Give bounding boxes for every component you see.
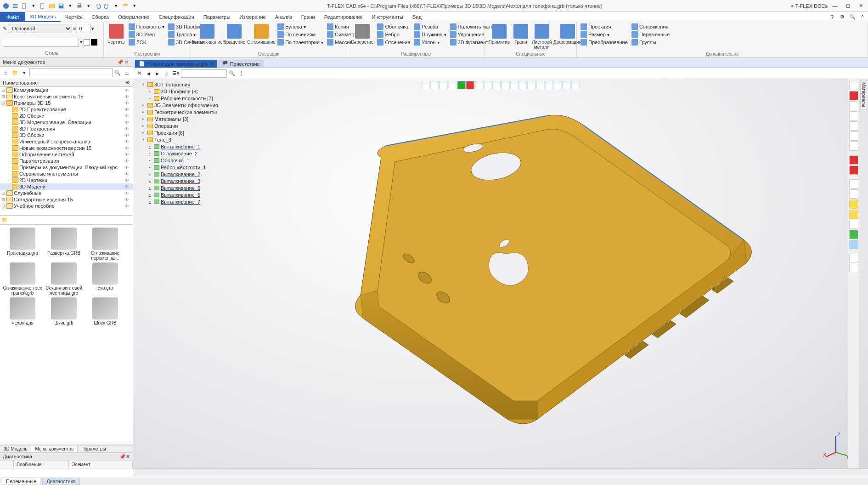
dropdown-icon[interactable]: ▾ bbox=[112, 2, 120, 10]
docs-search-input[interactable] bbox=[29, 68, 113, 77]
minimize-button[interactable]: — bbox=[829, 2, 840, 10]
close-panel-icon[interactable]: ✕ bbox=[124, 59, 130, 65]
dropdown-icon[interactable]: ▾ bbox=[66, 2, 74, 10]
model-tree-node[interactable]: ▸3D Профили [8] bbox=[136, 88, 219, 95]
draw-button[interactable]: Чертить bbox=[107, 23, 126, 46]
vp-btn[interactable] bbox=[502, 81, 510, 89]
tab-analysis[interactable]: Анализ bbox=[271, 12, 297, 22]
tree-node[interactable]: ⊟Примеры 3D 15👁 bbox=[0, 100, 133, 106]
variables-button[interactable]: Переменные bbox=[631, 31, 671, 38]
vtool-icon[interactable] bbox=[849, 240, 858, 249]
model-tree-node[interactable]: ▸Выталкивание_6 bbox=[136, 191, 219, 198]
vp-btn[interactable] bbox=[528, 81, 536, 89]
model-tree-node[interactable]: ▸Выталкивание_1 bbox=[136, 143, 219, 150]
vp-btn[interactable] bbox=[554, 81, 562, 89]
model-tree-node[interactable]: ▾Тело_3 bbox=[136, 136, 219, 143]
tree-node[interactable]: ·3D Построения👁 bbox=[0, 126, 133, 132]
model-tree-node[interactable]: ▸Оболочка_1 bbox=[136, 157, 219, 164]
vp-btn[interactable] bbox=[440, 81, 448, 89]
tree-node[interactable]: ·2D Сборки👁 bbox=[0, 113, 133, 119]
close-panel-icon[interactable]: ✕ bbox=[126, 454, 130, 459]
btab-docs[interactable]: Меню документов bbox=[31, 445, 78, 452]
back-icon[interactable]: ◄ bbox=[144, 69, 152, 78]
color-white[interactable] bbox=[84, 39, 90, 46]
shell-button[interactable]: Оболочка bbox=[376, 23, 411, 30]
undo-icon[interactable] bbox=[94, 2, 102, 10]
vtool-icon[interactable] bbox=[849, 220, 858, 229]
home-icon[interactable]: ⌂ bbox=[2, 68, 10, 77]
tab-edit[interactable]: Редактирование bbox=[320, 12, 367, 22]
tab-measure[interactable]: Измерение bbox=[235, 12, 271, 22]
filter-icon[interactable] bbox=[422, 81, 430, 89]
tab-tools[interactable]: Инструменты bbox=[367, 12, 408, 22]
model-tree-node[interactable]: ▸Выталкивание_7 bbox=[136, 198, 219, 205]
axes-gizmo[interactable]: Z X Y bbox=[822, 432, 850, 459]
home-icon[interactable]: ⌂ bbox=[163, 69, 171, 78]
thumbnail[interactable]: Сглаживание трех граней.grb bbox=[3, 262, 42, 296]
file-menu[interactable]: Файл bbox=[0, 12, 25, 22]
lcs-button[interactable]: ЛСК bbox=[128, 39, 165, 46]
color-black[interactable] bbox=[91, 39, 97, 46]
draft-button[interactable]: Уклон ▾ bbox=[413, 39, 447, 46]
tree-node[interactable]: ·3D Модели👁 bbox=[0, 183, 133, 190]
tab-spec[interactable]: Спецификации bbox=[154, 12, 198, 22]
node3d-button[interactable]: 3D Узел bbox=[128, 31, 165, 38]
doctab-active[interactable]: 📄* Чехол для телефона.grb✕ bbox=[135, 60, 217, 68]
btab-diagnostics[interactable]: Диагностика bbox=[42, 478, 80, 485]
model-tree-node[interactable]: ▸Выталкивание_2 bbox=[136, 171, 219, 177]
mates-button[interactable]: Сопряжения bbox=[631, 23, 671, 30]
vtool-icon[interactable] bbox=[849, 155, 858, 165]
tab-3d-model[interactable]: 3D Модель bbox=[25, 12, 61, 22]
vtool-icon[interactable] bbox=[849, 210, 858, 219]
list-icon[interactable]: ☰▾ bbox=[172, 69, 180, 78]
magnet-icon[interactable] bbox=[849, 91, 858, 100]
dropdown-icon[interactable]: ▾ bbox=[80, 39, 83, 45]
search-icon[interactable]: 🔍 bbox=[228, 69, 236, 78]
loft-button[interactable]: По сечениям bbox=[276, 31, 324, 38]
thread-button[interactable]: Резьба bbox=[413, 23, 447, 30]
print-icon[interactable] bbox=[75, 2, 84, 10]
model-tree-node[interactable]: ▾3D Построения bbox=[136, 81, 219, 88]
model-tree-node[interactable]: ▸Геометрические элементы bbox=[136, 108, 219, 115]
vp-btn[interactable] bbox=[536, 81, 545, 89]
list-icon[interactable]: ☰ bbox=[123, 68, 131, 77]
thumbnail[interactable]: Шнек.GRB bbox=[85, 297, 125, 325]
vtool-icon[interactable] bbox=[849, 131, 858, 141]
tree-node[interactable]: ·3D Сборки👁 bbox=[0, 132, 133, 138]
model-tree-node[interactable]: ▸Рабочие плоскости [7] bbox=[136, 95, 219, 102]
zoom-in-icon[interactable] bbox=[849, 101, 858, 110]
model-tree-node[interactable]: ▸Выталкивание_3 bbox=[136, 177, 219, 184]
search-icon[interactable]: 🔍 bbox=[848, 12, 857, 22]
thumbnail[interactable]: Прокладка.grb bbox=[3, 228, 42, 261]
dropdown-icon[interactable]: ▾ bbox=[130, 2, 139, 10]
transform-button[interactable]: Преобразование bbox=[580, 39, 629, 46]
vtool-icon[interactable] bbox=[849, 200, 858, 209]
blend-button[interactable]: Сглаживание bbox=[248, 23, 275, 46]
tree-node[interactable]: ⊞Конструктивные элементы 15👁 bbox=[0, 93, 133, 100]
tree-node[interactable]: ⊞Стандартные изделия 15👁 bbox=[0, 196, 133, 203]
close-button[interactable]: ✕ bbox=[855, 2, 866, 10]
save-icon[interactable] bbox=[57, 2, 65, 10]
tab-view[interactable]: Вид bbox=[408, 12, 426, 22]
dropdown-icon[interactable]: ▾ bbox=[29, 2, 38, 10]
tree-node[interactable]: ·Оформление чертежей👁 bbox=[0, 151, 133, 158]
tab-params[interactable]: Параметры bbox=[199, 12, 235, 22]
model-tree-node[interactable]: ▸Сглаживание_2 bbox=[136, 150, 219, 157]
model-tree-node[interactable]: ▸3D Элементы оформления bbox=[136, 102, 219, 108]
thumbnail[interactable]: Секция винтовой лестницы.grb bbox=[44, 262, 84, 296]
style-input2[interactable] bbox=[3, 38, 79, 47]
vp-btn[interactable] bbox=[563, 81, 571, 89]
tree-node[interactable]: ·3D Моделирование. Операции👁 bbox=[0, 119, 133, 126]
vtool-icon[interactable] bbox=[849, 142, 858, 151]
tab-faces[interactable]: Грани bbox=[297, 12, 320, 22]
revolve-button[interactable]: Вращение bbox=[222, 23, 246, 46]
thumbnail[interactable]: Сглаживание переменны... bbox=[85, 228, 125, 261]
vp-btn[interactable] bbox=[545, 81, 553, 89]
spring-button[interactable]: Пружина ▾ bbox=[413, 31, 447, 38]
model-tree-node[interactable]: ▸Проекции [6] bbox=[136, 129, 219, 136]
dropdown-icon[interactable]: ▾ bbox=[20, 68, 28, 77]
collapse-ribbon-icon[interactable]: ^ bbox=[858, 12, 867, 22]
sheetmetal-button[interactable]: Листовой металл bbox=[531, 23, 553, 51]
viewport[interactable]: ▾3D Построения▸3D Профили [8]▸Рабочие пл… bbox=[133, 79, 868, 468]
materials-panel-tab[interactable]: Материалы bbox=[860, 80, 867, 109]
